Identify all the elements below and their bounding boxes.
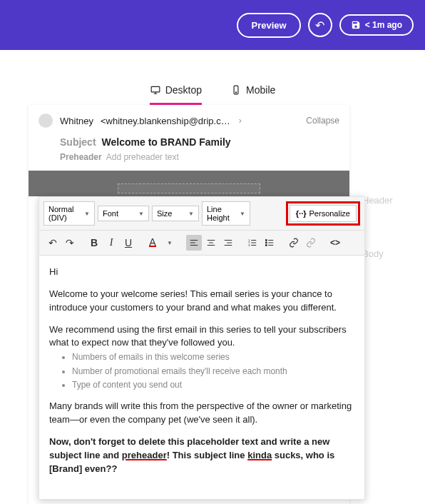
- text-editor: Normal (DIV)▼ Font▼ Size▼ Line Height▼ {…: [39, 196, 365, 500]
- line-height-select[interactable]: Line Height▼: [202, 201, 250, 226]
- subject-value: Welcome to BRAND Family: [102, 136, 231, 148]
- svg-rect-0: [151, 86, 160, 92]
- chevron-right-icon: ›: [239, 116, 242, 126]
- undo-button[interactable]: ↶: [45, 235, 61, 251]
- save-icon: [351, 20, 361, 30]
- ordered-list-icon: 123: [247, 238, 257, 248]
- ordered-list-button[interactable]: 123: [245, 235, 260, 251]
- view-tabs: Desktop Mobile: [0, 84, 425, 105]
- italic-icon: I: [110, 237, 113, 248]
- align-center-icon: [206, 238, 216, 248]
- caret-down-icon: ▼: [167, 240, 173, 246]
- bold-icon: B: [91, 237, 98, 248]
- save-ago-label: < 1m ago: [365, 20, 402, 30]
- block-format-select[interactable]: Normal (DIV)▼: [43, 201, 95, 226]
- link-button[interactable]: [286, 235, 302, 251]
- subject-row[interactable]: Subject Welcome to BRAND Family: [60, 136, 339, 148]
- size-select[interactable]: Size▼: [152, 206, 199, 221]
- code-view-button[interactable]: <>: [327, 235, 343, 251]
- text-color-button[interactable]: A: [145, 235, 160, 251]
- unlink-icon: [306, 238, 316, 248]
- top-bar: Preview ↶ < 1m ago: [0, 0, 425, 50]
- italic-button[interactable]: I: [103, 235, 119, 251]
- svg-text:3: 3: [248, 243, 250, 247]
- link-icon: [289, 238, 299, 248]
- body-p2: We recommend using the first email in th…: [49, 323, 354, 351]
- save-status[interactable]: < 1m ago: [339, 14, 414, 36]
- body-bullets: Numbers of emails in this welcome series…: [72, 351, 354, 391]
- desktop-icon: [150, 85, 161, 95]
- sender-name: Whitney: [60, 116, 93, 126]
- body-p4: Now, don't forget to delete this placeho…: [49, 435, 354, 476]
- text-color-icon: A: [149, 238, 155, 247]
- svg-point-8: [265, 245, 267, 246]
- toolbar-row-1: Normal (DIV)▼ Font▼ Size▼ Line Height▼ {…: [39, 197, 364, 231]
- code-icon: <>: [330, 238, 340, 248]
- text-color-caret[interactable]: ▼: [162, 235, 178, 251]
- side-label-body: Body: [362, 248, 421, 259]
- align-right-button[interactable]: [220, 235, 236, 251]
- unordered-list-icon: [265, 238, 275, 248]
- caret-down-icon: ▼: [240, 211, 245, 217]
- caret-down-icon: ▼: [188, 211, 194, 217]
- align-left-button[interactable]: [186, 235, 202, 251]
- sender-row[interactable]: Whitney <whitney.blankenship@drip.c… › C…: [29, 105, 349, 136]
- side-label-header: Header: [362, 195, 421, 206]
- underline-icon: U: [125, 237, 132, 248]
- insert-drop-zone[interactable]: [118, 183, 260, 193]
- header-section: [29, 171, 349, 196]
- undo-button[interactable]: ↶: [308, 13, 332, 37]
- preheader-label: Preheader: [60, 152, 102, 162]
- list-item: Numbers of emails in this welcome series: [72, 351, 354, 363]
- list-item: Type of content you send out: [72, 379, 354, 391]
- align-center-button[interactable]: [203, 235, 219, 251]
- collapse-button[interactable]: Collapse: [306, 116, 339, 126]
- svg-point-7: [265, 242, 267, 243]
- unordered-list-button[interactable]: [262, 235, 277, 251]
- caret-down-icon: ▼: [138, 211, 144, 217]
- personalize-icon: {··}: [296, 209, 307, 218]
- undo-icon: ↶: [315, 19, 324, 32]
- unlink-button[interactable]: [303, 235, 319, 251]
- avatar: [39, 114, 53, 128]
- svg-point-6: [265, 240, 267, 241]
- body-p3: Many brands will write this from the per…: [49, 400, 354, 427]
- svg-point-2: [235, 92, 236, 93]
- font-select[interactable]: Font▼: [98, 206, 149, 221]
- toolbar-row-2: ↶ ↷ B I U A ▼ 123: [39, 231, 364, 256]
- preview-button[interactable]: Preview: [237, 13, 300, 38]
- body-p1: Welcome to your welcome series! This ema…: [49, 288, 354, 315]
- caret-down-icon: ▼: [84, 211, 90, 217]
- mobile-icon: [230, 85, 242, 95]
- align-left-icon: [189, 238, 199, 248]
- undo-icon: ↶: [48, 237, 57, 248]
- redo-button[interactable]: ↷: [62, 235, 78, 251]
- tab-mobile[interactable]: Mobile: [230, 84, 275, 105]
- body-greeting: Hi: [49, 266, 354, 279]
- tab-label: Desktop: [165, 84, 202, 96]
- list-item: Number of promotional emails they'll rec…: [72, 366, 354, 378]
- personalize-button[interactable]: {··} Personalize: [290, 205, 357, 222]
- editor-content[interactable]: Hi Welcome to your welcome series! This …: [39, 256, 364, 499]
- bold-button[interactable]: B: [86, 235, 102, 251]
- align-right-icon: [223, 238, 233, 248]
- personalize-highlight: {··} Personalize: [286, 201, 360, 226]
- preheader-row[interactable]: Preheader Add preheader text: [60, 152, 339, 162]
- redo-icon: ↷: [66, 237, 74, 248]
- underline-button[interactable]: U: [121, 235, 136, 251]
- tab-label: Mobile: [246, 84, 275, 96]
- sender-email: <whitney.blankenship@drip.c…: [101, 116, 230, 126]
- preheader-value: Add preheader text: [106, 152, 179, 162]
- email-canvas: Whitney <whitney.blankenship@drip.c… › C…: [29, 105, 349, 504]
- subject-label: Subject: [60, 136, 96, 148]
- tab-desktop[interactable]: Desktop: [150, 84, 202, 105]
